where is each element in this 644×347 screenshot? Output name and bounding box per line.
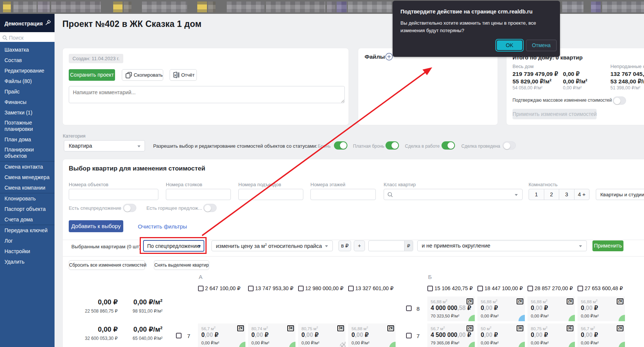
svg-text:x: x [174, 73, 176, 77]
